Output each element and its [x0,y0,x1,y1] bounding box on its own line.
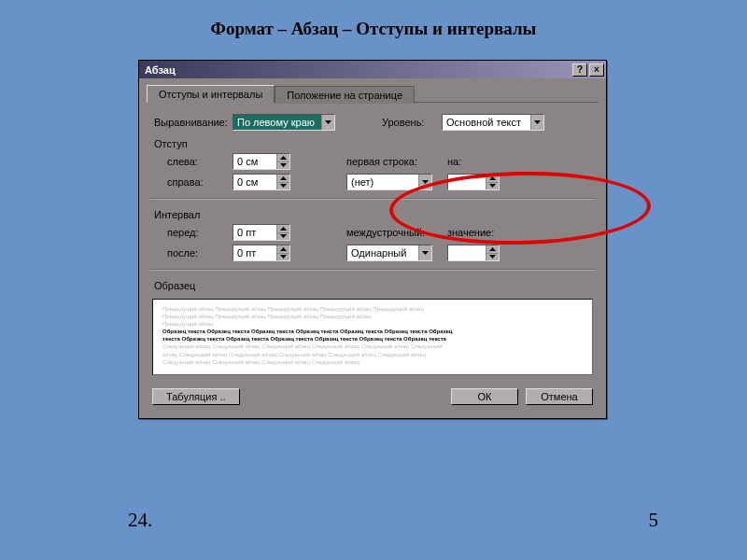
preview-line: Следующий абзац Следующий абзац Следующи… [162,343,583,350]
level-label: Уровень: [382,117,442,128]
preview-line: абзац Следующий абзац Следующий абзац Сл… [162,351,583,358]
tabs-button[interactable]: Табуляция .. [152,388,240,405]
spin-up-icon[interactable] [486,245,499,254]
preview-line: Образец текста Образец текста Образец те… [162,328,583,335]
dialog-body: Отступы и интервалы Положение на страниц… [139,78,606,418]
slide-title: Формат – Абзац – Отступы и интервалы [0,0,747,49]
spin-up-icon[interactable] [277,245,289,254]
spacing-at-spin[interactable] [447,245,500,261]
firstline-label: первая строка: [346,156,436,167]
spin-down-icon[interactable] [277,162,289,170]
svg-marker-0 [325,120,331,124]
alignment-label: Выравнивание: [147,117,233,128]
chevron-down-icon[interactable] [418,245,431,260]
indent-right-label: справа: [147,176,212,188]
spin-up-icon[interactable] [277,154,289,162]
indent-group-label: Отступ [147,134,599,151]
svg-marker-13 [422,251,429,255]
spacing-group-label: Интервал [147,205,599,222]
indent-left-label: слева: [147,156,212,167]
spin-buttons[interactable] [486,175,499,189]
svg-marker-12 [280,255,287,259]
indent-left-value: 0 см [233,156,276,167]
spin-buttons[interactable] [486,245,499,260]
firstline-value: (нет) [347,176,418,188]
spin-up-icon[interactable] [277,225,289,233]
svg-marker-5 [280,184,287,188]
preview-label: Образец [147,276,599,293]
paragraph-dialog: Абзац ? × Отступы и интервалы Положение … [138,60,607,419]
firstline-combo[interactable]: (нет) [346,174,432,190]
spin-down-icon[interactable] [486,254,499,261]
svg-marker-10 [280,234,287,238]
spacing-after-value: 0 пт [233,247,276,259]
tab-page-position[interactable]: Положение на странице [275,86,415,104]
level-combo[interactable]: Основной текст [442,114,544,131]
tab-strip: Отступы и интервалы Положение на страниц… [147,84,599,103]
spacing-after-spin[interactable]: 0 пт [233,245,290,261]
spacing-before-value: 0 пт [233,227,276,238]
dialog-title: Абзац [145,64,176,76]
alignment-value: По левому краю [233,117,321,128]
indent-left-spin[interactable]: 0 см [233,153,290,170]
spin-buttons[interactable] [276,154,289,169]
spin-down-icon[interactable] [277,254,289,261]
spin-up-icon[interactable] [277,175,289,183]
spacing-after-label: после: [147,247,212,259]
footer-right: 5 [649,509,659,532]
indent-by-label: на: [447,156,492,167]
indent-by-spin[interactable] [447,174,500,190]
line-spacing-combo[interactable]: Одинарный [346,245,432,261]
spin-down-icon[interactable] [486,183,499,190]
preview-line: Предыдущий абзац [162,320,583,328]
alignment-combo[interactable]: По левому краю [233,114,335,131]
line-spacing-label: междустрочный: [346,227,436,238]
spin-up-icon[interactable] [486,175,499,183]
help-button[interactable]: ? [572,63,587,77]
svg-marker-8 [489,184,496,188]
chevron-down-icon[interactable] [418,175,431,189]
titlebar[interactable]: Абзац ? × [139,61,606,78]
cancel-button[interactable]: Отмена [526,388,593,405]
preview-line: Следующий абзац Следующий абзац Следующи… [162,358,583,366]
svg-marker-6 [422,180,429,184]
spacing-before-label: перед: [147,227,212,238]
level-value: Основной текст [443,117,530,128]
svg-marker-4 [280,176,287,180]
chevron-down-icon[interactable] [321,115,334,130]
spin-down-icon[interactable] [277,183,289,190]
close-button[interactable]: × [589,63,604,77]
spin-down-icon[interactable] [277,233,289,241]
ok-button[interactable]: ОК [451,388,518,405]
tab-indents-spacing[interactable]: Отступы и интервалы [147,85,275,103]
preview-box: Предыдущий абзац Предыдущий абзац Предыд… [152,299,593,375]
spin-buttons[interactable] [276,245,289,260]
svg-marker-9 [280,227,287,231]
svg-marker-7 [489,176,496,180]
svg-marker-14 [489,247,496,251]
svg-marker-3 [280,163,287,167]
spacing-before-spin[interactable]: 0 пт [233,224,290,241]
indent-right-spin[interactable]: 0 см [233,174,290,190]
chevron-down-icon[interactable] [530,115,543,130]
indent-right-value: 0 см [233,176,276,188]
preview-line: Предыдущий абзац Предыдущий абзац Предыд… [162,305,583,313]
svg-marker-15 [489,255,496,259]
preview-line: текста Образец текста Образец текста Обр… [162,335,583,343]
spin-buttons[interactable] [276,175,289,189]
spacing-at-label: значение: [447,227,500,238]
preview-line: Предыдущий абзац Предыдущий абзац Предыд… [162,313,583,320]
spin-buttons[interactable] [276,225,289,240]
svg-marker-1 [534,120,541,124]
line-spacing-value: Одинарный [347,247,418,259]
svg-marker-11 [280,247,287,251]
svg-marker-2 [280,156,287,160]
footer-left: 24. [128,509,152,532]
button-row: Табуляция .. ОК Отмена [147,385,599,411]
